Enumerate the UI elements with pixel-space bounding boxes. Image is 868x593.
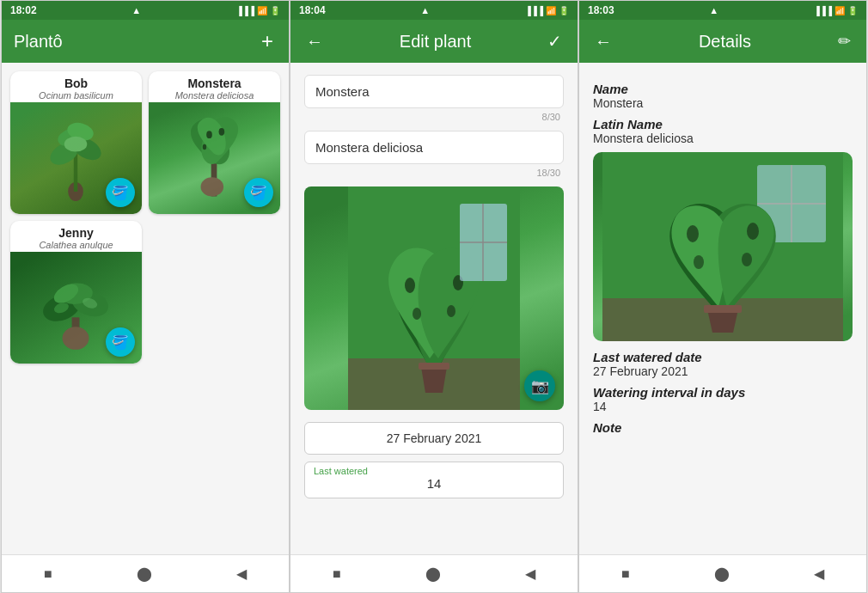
details-screen: Name Monstera Latin Name Monstera delici… — [579, 63, 866, 554]
nav-stop-2[interactable]: ■ — [333, 566, 341, 582]
status-bar-2: 18:04 ▲ ▐▐▐ 📶 🔋 — [290, 1, 578, 20]
phone-screen-3: 18:03 ▲ ▐▐▐ 📶 🔋 ← Details ✏ Name Monster… — [578, 0, 867, 593]
edit-button[interactable]: ✏ — [834, 28, 854, 54]
water-fab-jenny[interactable]: 🪣 — [106, 327, 135, 357]
plant-image-jenny: 🪣 — [10, 252, 142, 364]
plant-latin-bob: Ocinum basilicum — [14, 90, 138, 101]
time-2: 18:04 — [299, 4, 326, 16]
status-icons-1: ▐▐▐ 📶 🔋 — [236, 6, 280, 15]
wifi-icon-2: 📶 — [546, 6, 556, 15]
battery-icon-3: 🔋 — [847, 6, 858, 15]
plant-latin-field[interactable]: Monstera deliciosa — [304, 131, 564, 164]
wifi-icon-3: 📶 — [834, 6, 845, 15]
details-content: Name Monstera Latin Name Monstera delici… — [579, 63, 866, 447]
plant-card-monstera[interactable]: Monstera Monstera deliciosa — [149, 71, 280, 214]
latin-value: Monstera deliciosa — [593, 131, 853, 145]
interval-value-detail: 14 — [593, 400, 853, 413]
svg-point-38 — [742, 253, 752, 266]
last-watered-label-detail: Last watered date — [593, 350, 853, 364]
plant-grid: Bob Ocinum basilicum — [2, 63, 289, 372]
status-bar-3: 18:03 ▲ ▐▐▐ 📶 🔋 — [579, 1, 866, 20]
plant-card-jenny[interactable]: Jenny Calathea anulque — [10, 221, 142, 364]
plant-card-header-jenny: Jenny Calathea anulque — [10, 221, 142, 252]
nav-back-1[interactable]: ◀ — [236, 565, 247, 582]
detail-plant-image — [593, 152, 853, 341]
plant-name-jenny: Jenny — [14, 226, 138, 240]
interval-label-detail: Watering interval in days — [593, 385, 853, 400]
back-button-2[interactable]: ← — [303, 28, 327, 55]
signal-icon-3: ▐▐▐ — [814, 6, 832, 15]
interval-field[interactable]: Last watered 14 — [304, 462, 564, 498]
svg-point-22 — [405, 278, 415, 293]
signal-icon-2: ▐▐▐ — [525, 6, 543, 15]
latin-counter: 18/30 — [304, 168, 564, 178]
name-label: Name — [593, 82, 853, 96]
svg-point-37 — [694, 255, 704, 269]
signal-icon: ▐▐▐ — [236, 6, 254, 15]
save-button[interactable]: ✓ — [544, 28, 565, 55]
svg-point-6 — [64, 137, 88, 152]
name-counter: 8/30 — [304, 112, 564, 122]
nav-home-2[interactable]: ⬤ — [425, 565, 441, 582]
app-bar-2: ← Edit plant ✓ — [290, 20, 578, 63]
svg-rect-39 — [704, 305, 742, 313]
notification-icon: ▲ — [131, 5, 141, 15]
bottom-nav-1: ■ ⬤ ◀ — [2, 554, 289, 592]
latin-label: Latin Name — [593, 117, 853, 131]
notification-icon-2: ▲ — [420, 5, 430, 15]
bottom-nav-3: ■ ⬤ ◀ — [579, 554, 866, 592]
svg-rect-29 — [419, 363, 449, 370]
plant-image-bob: 🪣 — [10, 102, 142, 214]
plant-card-header-monstera: Monstera Monstera deliciosa — [149, 71, 280, 102]
date-field[interactable]: 27 February 2021 — [304, 422, 564, 455]
battery-icon: 🔋 — [270, 6, 280, 15]
nav-home-3[interactable]: ⬤ — [714, 565, 730, 582]
svg-point-25 — [447, 305, 455, 317]
water-fab-monstera[interactable]: 🪣 — [244, 178, 273, 207]
status-icons-3: ▐▐▐ 📶 🔋 — [814, 6, 858, 15]
last-watered-label: Last watered — [314, 466, 368, 476]
plant-name-bob: Bob — [14, 76, 138, 90]
note-label: Note — [593, 420, 853, 435]
nav-back-3[interactable]: ◀ — [814, 565, 824, 582]
plant-card-bob[interactable]: Bob Ocinum basilicum — [10, 71, 142, 214]
svg-point-8 — [201, 177, 224, 196]
nav-home-1[interactable]: ⬤ — [137, 565, 152, 582]
phone-screen-1: 18:02 ▲ ▐▐▐ 📶 🔋 Plantô + Bob Ocinum basi… — [1, 0, 290, 593]
plant-list-screen: Bob Ocinum basilicum — [2, 63, 289, 554]
edit-form: Monstera 8/30 Monstera deliciosa 18/30 — [290, 63, 578, 510]
nav-stop-3[interactable]: ■ — [621, 566, 630, 582]
add-plant-button[interactable]: + — [258, 26, 277, 57]
back-button-3[interactable]: ← — [591, 28, 615, 55]
app-title-1: Plantô — [14, 32, 63, 52]
time-1: 18:02 — [10, 4, 37, 16]
last-watered-value: 27 February 2021 — [593, 364, 853, 378]
app-bar-1: Plantô + — [2, 20, 289, 63]
plant-name-monstera: Monstera — [152, 76, 277, 90]
phone-screen-2: 18:04 ▲ ▐▐▐ 📶 🔋 ← Edit plant ✓ Monstera … — [290, 0, 578, 593]
notification-icon-3: ▲ — [709, 5, 718, 15]
camera-fab[interactable]: 📷 — [524, 370, 555, 401]
app-title-2: Edit plant — [400, 32, 471, 52]
water-fab-bob[interactable]: 🪣 — [106, 178, 135, 207]
plant-latin-jenny: Calathea anulque — [14, 240, 138, 250]
plant-photo-edit[interactable]: 📷 — [304, 186, 564, 410]
app-title-3: Details — [699, 32, 751, 52]
svg-point-11 — [203, 144, 206, 150]
plant-image-monstera: 🪣 — [149, 102, 280, 214]
svg-point-9 — [207, 131, 213, 138]
nav-stop-1[interactable]: ■ — [44, 566, 52, 582]
app-bar-3: ← Details ✏ — [579, 20, 866, 63]
battery-icon-2: 🔋 — [559, 6, 569, 15]
time-3: 18:03 — [588, 4, 614, 16]
svg-point-13 — [63, 327, 89, 350]
svg-point-10 — [219, 128, 225, 136]
edit-plant-screen: Monstera 8/30 Monstera deliciosa 18/30 — [290, 63, 578, 554]
nav-back-2[interactable]: ◀ — [525, 565, 535, 582]
status-bar-1: 18:02 ▲ ▐▐▐ 📶 🔋 — [2, 1, 289, 20]
svg-point-24 — [413, 308, 421, 320]
interval-value: 14 — [427, 476, 442, 491]
plant-name-field[interactable]: Monstera — [304, 75, 564, 108]
name-value: Monstera — [593, 96, 853, 110]
svg-point-36 — [747, 223, 759, 240]
